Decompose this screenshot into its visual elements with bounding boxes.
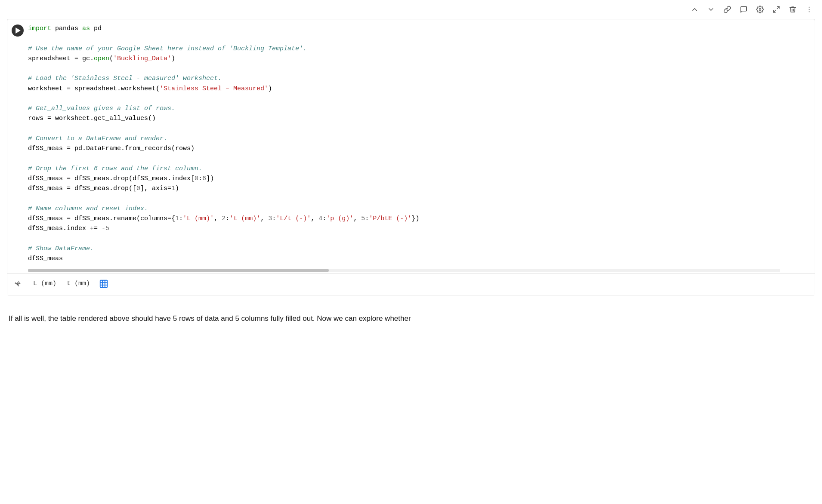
code-line-empty-5 [28,154,775,163]
settings-icon[interactable] [754,3,766,15]
code-line-10: rows = worksheet.get_all_values() [28,114,775,123]
svg-line-1 [777,6,779,9]
code-line-13: dfSS_meas = pd.DataFrame.from_records(ro… [28,144,775,154]
cell-toolbar [0,0,822,19]
code-line-21: dfSS_meas.index += -5 [28,224,775,234]
code-line-24: dfSS_meas [28,254,775,264]
code-line-3: # Use the name of your Google Sheet here… [28,44,775,54]
link-icon[interactable] [721,3,733,15]
code-line-20: dfSS_meas = dfSS_meas.rename(columns={1:… [28,214,775,224]
svg-point-3 [809,7,810,8]
prose-content: If all is well, the table rendered above… [9,314,411,323]
code-line-empty-7 [28,234,775,243]
output-tab-t-mm[interactable]: t (mm) [62,277,95,291]
more-options-icon[interactable] [803,3,815,15]
code-line-17: dfSS_meas = dfSS_meas.drop([0], axis=1) [28,184,775,194]
code-line-empty-6 [28,194,775,203]
output-tab-l-mm[interactable]: L (mm) [28,277,62,291]
code-line-empty-3 [28,94,775,104]
move-up-icon[interactable] [689,3,701,15]
output-expand-icon[interactable] [7,274,28,288]
output-content-area: L (mm) t (mm) [28,274,815,295]
horizontal-scrollbar[interactable] [28,269,780,272]
code-line-empty-1 [28,34,775,43]
code-line-16: dfSS_meas = dfSS_meas.drop(dfSS_meas.ind… [28,174,775,184]
run-button[interactable] [7,19,28,37]
prose-text: If all is well, the table rendered above… [0,302,822,335]
cell-main-content: import pandas as pd # Use the name of yo… [7,19,815,268]
code-line-4: spreadsheet = gc.open('Buckling_Data') [28,54,775,64]
page-container: import pandas as pd # Use the name of yo… [0,0,822,335]
delete-icon[interactable] [787,3,799,15]
svg-point-0 [759,9,761,11]
code-line-6: # Load the 'Stainless Steel - measured' … [28,74,775,83]
code-line-empty-4 [28,124,775,134]
svg-marker-6 [15,28,21,34]
code-line-23: # Show DataFrame. [28,244,775,254]
expand-icon[interactable] [770,3,782,15]
svg-rect-8 [100,280,108,288]
code-area[interactable]: import pandas as pd # Use the name of yo… [28,19,780,268]
scrollbar-thumb [28,269,329,272]
run-button-circle[interactable] [12,25,24,37]
svg-point-4 [809,9,810,10]
output-area: L (mm) t (mm) [7,273,815,295]
code-line-19: # Name columns and reset index. [28,204,775,214]
output-tabs: L (mm) t (mm) [28,277,810,291]
code-cell: import pandas as pd # Use the name of yo… [7,19,815,295]
code-line-15: # Drop the first 6 rows and the first co… [28,164,775,174]
code-line-empty-2 [28,64,775,74]
code-line-12: # Convert to a DataFrame and render. [28,134,775,144]
comment-icon[interactable] [738,3,750,15]
code-line-1: import pandas as pd [28,24,775,34]
svg-line-2 [773,10,776,12]
move-down-icon[interactable] [705,3,717,15]
table-grid-icon[interactable] [97,277,111,291]
svg-point-5 [809,11,810,12]
code-line-9: # Get_all_values gives a list of rows. [28,104,775,114]
scrollbar-container [7,269,815,272]
code-line-7: worksheet = spreadsheet.worksheet('Stain… [28,84,775,94]
